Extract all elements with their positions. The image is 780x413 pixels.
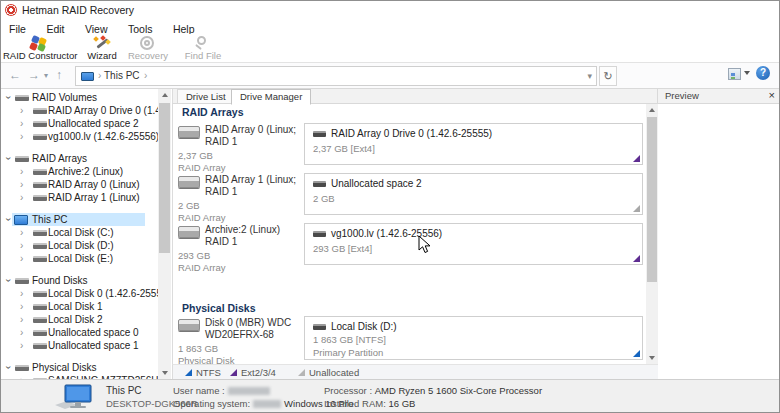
volume-partition-type: Primary Partition: [313, 347, 383, 358]
chevron-right-icon[interactable]: ›: [20, 226, 23, 239]
up-button[interactable]: ↑: [56, 68, 62, 82]
chevron-right-icon[interactable]: ›: [20, 252, 23, 265]
chevron-right-icon[interactable]: ›: [20, 130, 23, 143]
filesystem-legend: NTFS Ext2/3/4 Unallocated: [172, 364, 658, 379]
disk-icon: [33, 291, 47, 297]
scroll-up-icon[interactable]: [646, 104, 658, 116]
sidebar-item[interactable]: ›SAMSUNG MZ7TD256HAFV-000L9: [1, 374, 158, 379]
tree-label: This PC: [32, 213, 68, 226]
tab-drive-list[interactable]: Drive List: [177, 89, 235, 104]
find-file-icon: [194, 36, 212, 51]
filesystem-corner-icon: [633, 155, 640, 162]
chevron-right-icon[interactable]: ›: [20, 104, 23, 117]
back-button[interactable]: ←: [9, 68, 21, 82]
disk-icon: [33, 378, 47, 379]
chevron-down-icon[interactable]: ›: [2, 366, 15, 369]
chevron-right-icon[interactable]: ›: [20, 165, 23, 178]
forward-button[interactable]: →: [28, 68, 40, 82]
chevron-right-icon[interactable]: ›: [20, 178, 23, 191]
drive-kind: RAID Array: [178, 262, 226, 273]
sidebar-item[interactable]: ›Local Disk 1: [1, 300, 158, 313]
drive-icon: [178, 126, 200, 138]
filesystem-corner-icon: [633, 350, 640, 357]
sidebar-item[interactable]: ›Unallocated space 1: [1, 339, 158, 352]
sidebar-scrollbar[interactable]: [158, 89, 171, 379]
sidebar-item[interactable]: ›RAID Array 0 Drive 0 (1.42.6-25555): [1, 104, 158, 117]
scrollbar-thumb[interactable]: [159, 103, 170, 253]
tree-label: Unallocated space 0: [48, 326, 139, 339]
address-input[interactable]: › This PC › ▾: [75, 66, 597, 86]
volume-bar[interactable]: Local Disk (D:) 1 863 GB [NTFS] Primary …: [304, 316, 643, 360]
wizard-button[interactable]: Wizard: [81, 35, 123, 62]
chevron-right-icon[interactable]: ›: [20, 339, 23, 352]
sidebar-item[interactable]: ›Local Disk (D:): [1, 239, 158, 252]
disk-icon: [15, 365, 29, 371]
disk-icon: [33, 182, 47, 188]
address-dropdown-icon[interactable]: ▾: [587, 71, 592, 81]
sidebar-item[interactable]: ›Unallocated space 2: [1, 117, 158, 130]
tree-label: RAID Array 0 Drive 0 (1.42.6-25555): [48, 104, 158, 117]
raid-constructor-button[interactable]: RAID Constructor: [3, 35, 75, 62]
chevron-right-icon[interactable]: ›: [20, 287, 23, 300]
status-cpu: Processor : AMD Ryzen 5 1600 Six-Core Pr…: [324, 385, 542, 396]
scroll-down-icon[interactable]: [646, 352, 658, 364]
sidebar-item-physical-disks[interactable]: ›Physical Disks: [1, 361, 158, 374]
volume-bar[interactable]: RAID Array 0 Drive 0 (1.42.6-25555) 2,37…: [304, 123, 643, 165]
sidebar-item[interactable]: ›RAID Array 1 (Linux): [1, 191, 158, 204]
chevron-right-icon[interactable]: ›: [20, 191, 23, 204]
scroll-down-icon[interactable]: [158, 367, 171, 379]
disk-icon: [33, 343, 47, 349]
volume-title: Unallocated space 2: [331, 178, 422, 189]
computer-icon: [14, 215, 28, 225]
chevron-right-icon[interactable]: ›: [20, 374, 23, 379]
sidebar-item[interactable]: ›Local Disk (E:): [1, 252, 158, 265]
refresh-button[interactable]: ↻: [599, 66, 617, 86]
history-dropdown-icon[interactable]: ▾: [44, 71, 48, 80]
chevron-right-icon[interactable]: ›: [20, 117, 23, 130]
close-icon[interactable]: ×: [769, 89, 775, 101]
sidebar-item-this-pc[interactable]: ›This PC: [1, 213, 158, 226]
chevron-right-icon[interactable]: ›: [20, 326, 23, 339]
sidebar-item[interactable]: ›Unallocated space 0: [1, 326, 158, 339]
toolbar-label: Wizard: [81, 50, 123, 61]
chevron-down-icon[interactable]: ›: [2, 96, 15, 99]
sidebar-item-raid-arrays[interactable]: ›RAID Arrays: [1, 152, 158, 165]
scroll-up-icon[interactable]: [158, 89, 171, 101]
address-bar: ← → ▾ ↑ › This PC › ▾ ↻ ?: [1, 63, 780, 89]
status-computer-name: This PC: [106, 385, 142, 396]
tree-label: RAID Volumes: [32, 91, 97, 104]
chevron-right-icon[interactable]: ›: [20, 313, 23, 326]
scrollbar-thumb[interactable]: [647, 117, 657, 282]
sidebar-item[interactable]: ›Local Disk 0 (1.42.6-25555): [1, 287, 158, 300]
sidebar-item-found-disks[interactable]: ›Found Disks: [1, 274, 158, 287]
chevron-right-icon[interactable]: ›: [20, 300, 23, 313]
tree-label: Local Disk 2: [48, 313, 102, 326]
disk-icon: [33, 304, 47, 310]
volume-bar[interactable]: Unallocated space 2 2 GB: [304, 173, 643, 215]
sidebar-item[interactable]: ›Local Disk 2: [1, 313, 158, 326]
sidebar-item[interactable]: ›RAID Array 0 (Linux): [1, 178, 158, 191]
menu-bar: File Edit View Tools Help: [1, 19, 780, 34]
tree-label: Local Disk 1: [48, 300, 102, 313]
volume-bar[interactable]: vg1000.lv (1.42.6-25556) 293 GB [Ext4]: [304, 223, 643, 265]
disk-icon: [33, 256, 47, 262]
status-label: Installed RAM:: [324, 398, 386, 409]
breadcrumb[interactable]: This PC: [104, 70, 140, 81]
legend-item-ntfs: NTFS: [185, 367, 221, 378]
chevron-down-icon[interactable]: ›: [2, 279, 15, 282]
help-button[interactable]: ?: [756, 66, 770, 80]
main-scrollbar[interactable]: [646, 104, 658, 364]
sidebar-item[interactable]: ›Archive:2 (Linux): [1, 165, 158, 178]
view-options-button[interactable]: [728, 67, 750, 83]
redacted-user-name: [228, 387, 270, 395]
tree-section: ›Physical Disks ›SAMSUNG MZ7TD256HAFV-00…: [1, 361, 158, 379]
drive-size: 2 GB: [178, 200, 200, 211]
sidebar-item-raid-volumes[interactable]: ›RAID Volumes: [1, 91, 158, 104]
sidebar-item[interactable]: ›vg1000.lv (1.42.6-25556): [1, 130, 158, 143]
status-ram: Installed RAM: 16 GB: [324, 398, 415, 409]
chevron-down-icon[interactable]: ›: [2, 157, 15, 160]
sidebar-item[interactable]: ›Local Disk (C:): [1, 226, 158, 239]
tab-drive-manager[interactable]: Drive Manager: [231, 89, 311, 105]
chevron-right-icon[interactable]: ›: [20, 239, 23, 252]
drive-icon: [178, 176, 200, 188]
